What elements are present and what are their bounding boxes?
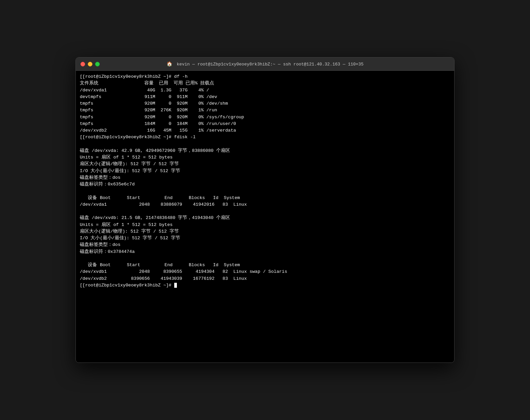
terminal-output: [[root@iZbp1cv1xy0eoey8rk3hibZ ~]# df -h…	[80, 73, 450, 289]
title-text: kevin — root@iZbp1cv1xy0eoey8rk3hibZ:~ —…	[177, 62, 364, 67]
cursor	[174, 283, 177, 288]
terminal-body[interactable]: [[root@iZbp1cv1xy0eoey8rk3hibZ ~]# df -h…	[76, 71, 454, 363]
minimize-button[interactable]	[88, 62, 92, 66]
traffic-lights	[80, 62, 100, 66]
window-title: 🏠 kevin — root@iZbp1cv1xy0eoey8rk3hibZ:~…	[167, 61, 364, 67]
terminal-window: 🏠 kevin — root@iZbp1cv1xy0eoey8rk3hibZ:~…	[75, 57, 455, 363]
house-icon: 🏠	[167, 61, 172, 67]
titlebar: 🏠 kevin — root@iZbp1cv1xy0eoey8rk3hibZ:~…	[76, 57, 454, 71]
maximize-button[interactable]	[95, 62, 100, 66]
close-button[interactable]	[80, 62, 85, 66]
